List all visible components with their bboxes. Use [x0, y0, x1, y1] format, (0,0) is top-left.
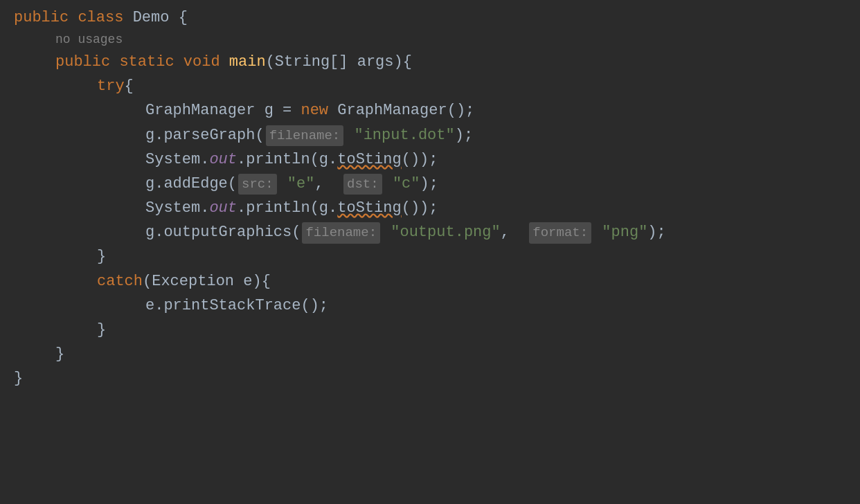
- keyword-new: new: [301, 98, 328, 123]
- line-outputgraphics: g.outputGraphics(filename: "output.png",…: [14, 220, 860, 244]
- hint-format: format:: [529, 222, 591, 243]
- line-graphmanager-init: GraphManager g = new GraphManager();: [14, 98, 860, 123]
- line-parsegraph: g.parseGraph(filename: "input.dot");: [14, 123, 860, 147]
- line-close-class: }: [14, 366, 860, 390]
- keyword-void: void: [183, 50, 220, 74]
- line-close-catch: }: [14, 318, 860, 342]
- line-try: try{: [14, 74, 860, 98]
- string-input-dot: "input.dot": [354, 123, 454, 147]
- string-output-png: "output.png": [391, 220, 500, 244]
- line-main-method: public static void main(String[] args){: [14, 50, 860, 74]
- hint-src: src:: [238, 174, 277, 195]
- keyword-try: try: [97, 74, 125, 98]
- line-class: public class Demo {: [14, 6, 860, 30]
- string-c: "c": [393, 172, 420, 196]
- keyword-class: class: [78, 6, 123, 30]
- keyword-static: static: [119, 50, 174, 74]
- string-e: "e": [287, 172, 315, 196]
- hint-filename2: filename:: [302, 222, 380, 243]
- keyword-public2: public: [55, 50, 110, 74]
- keyword-public: public: [14, 6, 69, 30]
- field-out2: out: [209, 196, 237, 220]
- code-editor: public class Demo { no usages public sta…: [0, 0, 860, 504]
- line-addedge: g.addEdge(src: "e", dst: "c");: [14, 172, 860, 196]
- hint-dst: dst:: [343, 174, 382, 195]
- line-printstacktrace: e.printStackTrace();: [14, 294, 860, 318]
- method-tosting1: toSting: [337, 147, 401, 172]
- method-tosting2: toSting: [337, 196, 401, 220]
- line-catch: catch(Exception e){: [14, 269, 860, 294]
- line-close-main: }: [14, 342, 860, 366]
- method-main: main: [229, 50, 266, 74]
- line-close-try: }: [14, 244, 860, 269]
- field-out1: out: [209, 147, 237, 172]
- keyword-catch: catch: [97, 269, 143, 294]
- string-png: "png": [602, 220, 647, 244]
- line-println2: System.out.println(g.toSting());: [14, 196, 860, 220]
- line-no-usages: no usages: [14, 30, 860, 50]
- line-println1: System.out.println(g.toSting());: [14, 147, 860, 172]
- hint-filename1: filename:: [266, 125, 344, 146]
- no-usages-label: no usages: [55, 30, 123, 50]
